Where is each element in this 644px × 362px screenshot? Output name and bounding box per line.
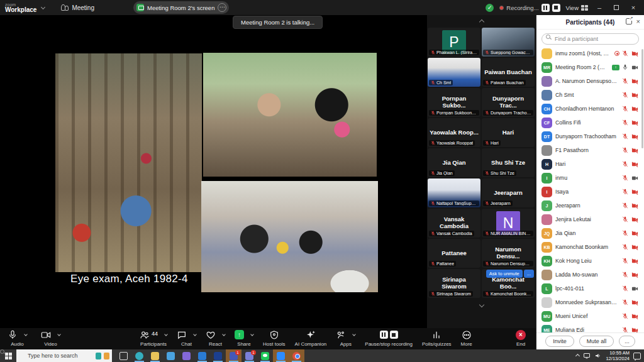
chevron-up-icon[interactable]: [352, 332, 356, 336]
participant-row[interactable]: DT Dunyaporn Trachootham ↑: [536, 129, 644, 143]
video-tile[interactable]: Jeeraparn Jeeraparn Jeeraparn: [482, 178, 535, 207]
participant-row[interactable]: L lpc-401-011 ↑: [536, 282, 644, 295]
invite-button[interactable]: Invite: [545, 336, 574, 347]
participant-row[interactable]: A. Narumon Densupsoontorn ↑: [536, 74, 644, 88]
participant-row[interactable]: F1 Pasathorn ↑: [536, 143, 644, 157]
video-tile[interactable]: Narumon Densu... Narumon Densu... Narumo…: [482, 239, 535, 268]
chevron-up-icon[interactable]: [250, 332, 254, 336]
video-tile[interactable]: Nattapol TangSupho...: [428, 178, 480, 207]
stop-recording-icon[interactable]: [390, 331, 398, 339]
react-button[interactable]: React: [206, 330, 225, 347]
tab-meeting[interactable]: Meeting: [61, 4, 94, 11]
speaker-icon[interactable]: [594, 352, 602, 359]
chevron-up-icon[interactable]: [222, 332, 226, 336]
taskbar-app-icon[interactable]: 1: [242, 349, 257, 362]
taskbar-app-icon[interactable]: [210, 349, 226, 362]
share-button[interactable]: ↑ Share: [235, 330, 253, 347]
tile-more-button[interactable]: ...: [524, 270, 534, 278]
pill-options-icon[interactable]: ⋯: [218, 3, 226, 12]
participant-row[interactable]: H Hari ↑: [536, 157, 644, 171]
search-input[interactable]: [541, 33, 639, 45]
gallery-scroll-up-button[interactable]: [427, 18, 536, 26]
participant-row[interactable]: I inmu ↑: [536, 171, 644, 185]
video-tile[interactable]: Sueppong Gowachira...: [482, 28, 535, 57]
taskbar-app-icon[interactable]: [163, 349, 179, 362]
gallery-scroll-down-button[interactable]: [427, 300, 536, 309]
participant-row[interactable]: Ch Smt ↑: [536, 88, 644, 102]
host-tools-button[interactable]: Host tools: [263, 330, 286, 347]
end-meeting-button[interactable]: × End: [516, 330, 526, 347]
participant-row[interactable]: Jenjira Lekutai ↑: [536, 212, 644, 226]
taskbar-app-icon[interactable]: [273, 349, 289, 362]
action-center-icon[interactable]: [633, 353, 641, 359]
video-tile[interactable]: Hari Hari Hari: [482, 118, 535, 147]
minimize-button[interactable]: –: [594, 4, 605, 11]
video-tile[interactable]: Sirinapa Siwarom Sirinapa Siwarom Sirina…: [428, 269, 480, 298]
video-tile[interactable]: P P Phakwan L. (Siriraj Pe...: [428, 28, 480, 57]
pause-recording-icon[interactable]: [380, 331, 388, 339]
participant-row[interactable]: KH Kok Hong Leiu ↑: [536, 254, 644, 268]
taskbar-app-icon[interactable]: [194, 349, 210, 362]
taskbar-app-icon[interactable]: 1: [226, 349, 242, 362]
stop-recording-icon[interactable]: [552, 4, 560, 12]
participant-row[interactable]: CH Chonladhorn Hemtanon ↑: [536, 102, 644, 116]
shared-screen-pill[interactable]: Meeting Room 2's screen ⋯: [133, 1, 229, 14]
close-button[interactable]: ×: [628, 4, 639, 11]
participant-row[interactable]: CF Collins Fifi ↑: [536, 116, 644, 129]
video-tile[interactable]: Jia Qian Jia Qian Jia Qian: [428, 148, 480, 177]
video-tile[interactable]: Pornpan Sukbo... Pornpan Sukbo... Pornpa…: [428, 88, 480, 117]
footer-more-button[interactable]: ...: [619, 336, 635, 347]
chat-button[interactable]: Chat: [177, 330, 196, 347]
ask-to-unmute-button[interactable]: Ask to unmute: [486, 270, 523, 278]
video-tile[interactable]: Vansak Cambodia Vansak Cambodia Vansak C…: [428, 209, 480, 238]
more-button[interactable]: More: [461, 330, 472, 347]
participant-row[interactable]: Ladda Mo-suwan ↑: [536, 268, 644, 282]
participant-row[interactable]: J Jeeraparn ↑: [536, 199, 644, 212]
ai-companion-button[interactable]: AI Companion: [295, 330, 327, 347]
security-shield-icon[interactable]: ✓: [486, 4, 494, 12]
pause-stop-recording-button[interactable]: Pause/stop recording: [365, 330, 413, 347]
chevron-up-icon[interactable]: [57, 332, 61, 336]
taskbar-app-icon[interactable]: [179, 349, 194, 362]
video-tile[interactable]: Shu Shi Tze Shu Shi Tze Shu Shi Tze: [482, 148, 535, 177]
display-icon[interactable]: [583, 352, 591, 359]
taskbar-app-icon[interactable]: [147, 349, 163, 362]
participant-row[interactable]: KB Kamonchat Boonkam ↑: [536, 240, 644, 254]
popout-icon[interactable]: [626, 18, 632, 25]
participant-row[interactable]: MU Mueni Unicef ↑: [536, 309, 644, 323]
video-button[interactable]: Video: [41, 330, 60, 347]
taskbar-app-icon[interactable]: [116, 349, 131, 362]
participant-row[interactable]: I Isaya ↑: [536, 185, 644, 199]
view-button[interactable]: View: [566, 4, 588, 11]
taskbar-app-icon[interactable]: [131, 349, 147, 362]
participant-row[interactable]: inmu zoom1 (Host, me) ↑: [536, 47, 644, 60]
participant-row[interactable]: MR Meeting Room 2 (Co-host) ↑: [536, 60, 644, 74]
taskbar-clock[interactable]: 10:55 AM 12/13/2024: [606, 350, 630, 362]
mute-all-button[interactable]: Mute all: [579, 336, 614, 347]
chevron-up-icon[interactable]: [24, 332, 28, 336]
scrollbar[interactable]: [641, 49, 643, 148]
chevron-down-icon[interactable]: [41, 4, 45, 9]
video-tile[interactable]: Dunyaporn Trac... Dunyaporn Trac... Duny…: [482, 88, 535, 117]
audio-button[interactable]: Audio: [8, 330, 27, 347]
polls-button[interactable]: Polls/quizzes: [422, 330, 452, 347]
video-tile[interactable]: Ch Smt: [428, 58, 480, 87]
video-tile[interactable]: Pattanee Pattanee Pattanee: [428, 239, 480, 268]
taskbar-search[interactable]: Type here to search: [16, 349, 112, 362]
participants-button[interactable]: 44 Participants: [140, 330, 167, 347]
participant-row[interactable]: Monruedee Sukprasansap ↑: [536, 295, 644, 309]
video-tile[interactable]: Paiwan Buachan Paiwan Buachan Paiwan Bua…: [482, 58, 535, 87]
chevron-up-icon[interactable]: [164, 332, 168, 336]
taskbar-app-icon[interactable]: [289, 349, 304, 362]
participant-row[interactable]: ME Muliana Edi ↑: [536, 323, 644, 332]
apps-button[interactable]: Apps: [336, 330, 355, 347]
taskbar-app-icon[interactable]: [257, 349, 273, 362]
chevron-up-icon[interactable]: [193, 332, 197, 336]
video-tile[interactable]: N N NUR AMALIN BINTI J...: [482, 209, 535, 238]
pause-recording-icon[interactable]: [541, 4, 550, 12]
maximize-button[interactable]: [614, 5, 619, 10]
close-panel-icon[interactable]: ×: [636, 18, 640, 25]
video-tile[interactable]: Yaowalak Roop... Yaowalak Roop... Yaowal…: [428, 118, 480, 147]
tray-chevron-up-icon[interactable]: [575, 353, 580, 358]
participant-row[interactable]: JQ Jia Qian ↑: [536, 226, 644, 240]
